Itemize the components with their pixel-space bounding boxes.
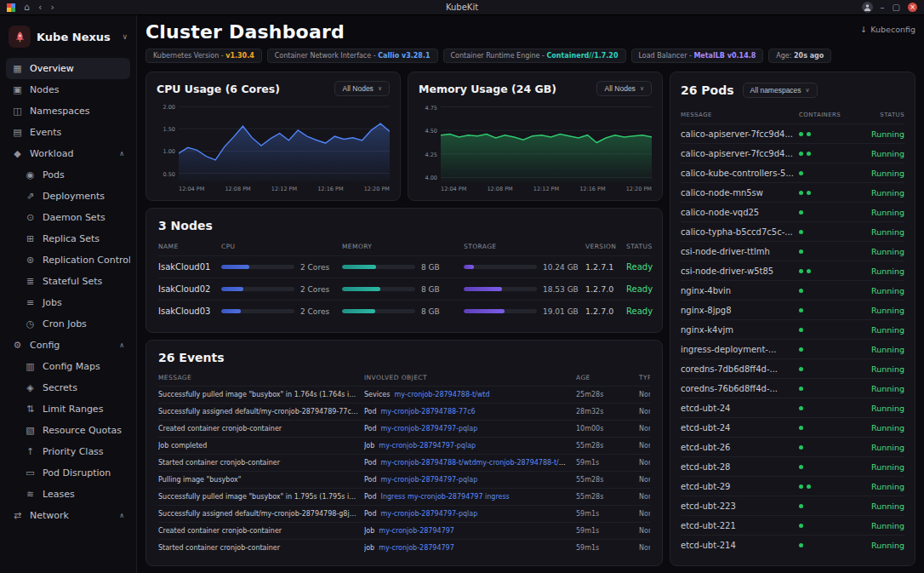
pod-row[interactable]: etcd-ubt-29 Running — [681, 476, 904, 496]
pod-row[interactable]: etcd-ubt-26 Running — [681, 437, 904, 456]
event-object-link[interactable]: my-cronjob-28794797-pqlap — [379, 442, 476, 450]
pod-row[interactable]: coredns-7db6d8ff4d-... Running — [681, 358, 904, 378]
node-row[interactable]: IsakCloud02 2 Cores 8 GB 18.53 GB 1.2.7.… — [158, 278, 650, 300]
sidebar-item-config-maps[interactable]: ▥Config Maps — [19, 356, 130, 377]
sidebar-item-workload[interactable]: ◆Workload∧ — [6, 143, 130, 164]
sidebar-item-replication-controllers[interactable]: ⊛Replication Controllers — [19, 249, 130, 271]
pod-container-dots — [799, 249, 864, 254]
sidebar-item-overview[interactable]: ▦Overview — [6, 58, 130, 79]
sidebar-item-stateful-sets[interactable]: ≣Stateful Sets — [19, 271, 130, 292]
namespace-filter-select[interactable]: All namespaces ∨ — [743, 83, 818, 98]
back-icon[interactable]: ‹ — [38, 2, 42, 13]
pod-row[interactable]: csi-node-driver-w5t85 Running — [681, 261, 904, 280]
maximize-button[interactable]: ▢ — [893, 3, 900, 12]
sidebar-item-daemon-sets[interactable]: ⊙Daemon Sets — [19, 207, 130, 228]
minimize-button[interactable]: – — [881, 3, 885, 12]
home-icon[interactable]: ⌂ — [24, 2, 30, 13]
memory-usage-chart-card: Memory Usage (24 GB) All Nodes ∨ 4.754.5… — [408, 72, 663, 201]
event-object-link[interactable]: my-cronjob-28794788-t/wtdmy-cronjob-2879… — [381, 459, 571, 467]
node-row[interactable]: IsakCloud01 2 Cores 8 GB 10.24 GB 1.2.7.… — [158, 255, 650, 278]
pod-row[interactable]: csi-node-driver-ttlmh Running — [681, 241, 904, 261]
nodes-icon: ▣ — [12, 84, 23, 95]
event-object-link[interactable]: my-cronjob-28794797-pqlap — [381, 510, 478, 518]
pod-row[interactable]: etcd-ubt-221 Running — [681, 515, 904, 535]
event-type: Normal — [639, 442, 650, 450]
sidebar-item-replica-sets[interactable]: ⊞Replica Sets — [19, 228, 130, 249]
pod-row[interactable]: nginx-k4vjm Running — [681, 319, 904, 339]
sidebar-item-jobs[interactable]: ≡Jobs — [19, 292, 130, 313]
sidebar-item-cron-jobs[interactable]: ◷Cron Jobs — [19, 313, 130, 335]
pod-row[interactable]: nginx-4bvin Running — [681, 280, 904, 300]
pod-row[interactable]: calico-kube-controllers-5... Running — [681, 163, 904, 182]
pod-row[interactable]: etcd-ubt-24 Running — [681, 398, 904, 417]
cluster-badge: Kubernetes Version - v1.30.4 — [145, 49, 262, 63]
sidebar-item-nodes[interactable]: ▣Nodes — [6, 79, 130, 100]
event-row[interactable]: Successfully assigned default/my-cronjob… — [158, 403, 650, 420]
pod-row[interactable]: nginx-8jpg8 Running — [681, 300, 904, 319]
pod-row[interactable]: calico-apiserver-7fcc9d4... Running — [681, 123, 904, 143]
pod-row[interactable]: calico-node-mn5sw Running — [681, 182, 904, 202]
kubeconfig-link[interactable]: ↓ Kubeconfig — [860, 25, 915, 34]
pod-status-badge: Running — [864, 266, 904, 276]
event-row[interactable]: Created container cronjob-container Jobm… — [158, 522, 650, 539]
pods-column-headers: MESSAGECONTAINERSSTATUS — [681, 108, 904, 123]
event-row[interactable]: Successfully assigned default/my-cronjob… — [158, 505, 650, 522]
pod-container-dots — [799, 347, 864, 352]
sidebar-item-network[interactable]: ⇄Network∧ — [6, 505, 130, 526]
container-status-dot — [799, 387, 803, 391]
node-row[interactable]: IsakCloud03 2 Cores 8 GB 19.01 GB 1.2.7.… — [158, 300, 650, 322]
pod-row[interactable]: ingress-deployment-... Running — [681, 339, 904, 358]
event-row[interactable]: Successfully pulled image "busybox" in 1… — [158, 386, 650, 403]
sidebar-item-config[interactable]: ⚙Config∧ — [6, 335, 130, 356]
network-icon: ⇄ — [12, 510, 23, 521]
pod-row[interactable]: calico-apiserver-7fcc9d4... Running — [681, 143, 904, 163]
pod-row[interactable]: calico-typha-b5ccd7c5c-... Running — [681, 221, 904, 241]
sidebar-item-secrets[interactable]: ◈Secrets — [19, 377, 130, 398]
cron-jobs-icon: ◷ — [25, 318, 36, 329]
event-object-link[interactable]: my-cronjob-28794797 — [379, 527, 454, 535]
sidebar-item-pod-disruption[interactable]: ▭Pod Disruption — [19, 462, 130, 484]
pod-row[interactable]: etcd-ubt-223 Running — [681, 496, 904, 515]
sidebar-item-deployments[interactable]: ⇗Deployments — [19, 186, 130, 207]
sidebar-item-events[interactable]: ▤Events — [6, 122, 130, 143]
sidebar: Kube Nexus ∨ ▦Overview▣Nodes◫Namespaces▤… — [0, 15, 137, 573]
forward-icon[interactable]: › — [50, 2, 54, 13]
event-row[interactable]: Pulling image "busybox" Podmy-cronjob-28… — [158, 471, 650, 488]
pod-row[interactable]: etcd-ubt-24 Running — [681, 417, 904, 437]
pod-name: calico-kube-controllers-5... — [681, 169, 799, 178]
event-row[interactable]: Job completed Jobmy-cronjob-28794797-pql… — [158, 437, 650, 454]
chevron-down-icon: ∨ — [640, 85, 644, 92]
event-age: 59m1s — [576, 510, 634, 518]
event-object-link[interactable]: my-cronjob-28794797 — [379, 544, 454, 552]
sidebar-item-limit-ranges[interactable]: ⇅Limit Ranges — [19, 398, 130, 420]
sidebar-item-pods[interactable]: ◉Pods — [19, 164, 130, 186]
pod-disruption-icon: ▭ — [25, 467, 36, 478]
container-status-dot — [799, 289, 803, 293]
nodes-filter-select[interactable]: All Nodes ∨ — [334, 81, 390, 96]
event-object-link[interactable]: my-cronjob-28794788-77c6 — [381, 408, 476, 415]
event-row[interactable]: Created container cronjob-container Podm… — [158, 420, 650, 437]
node-name: IsakCloud03 — [158, 307, 221, 316]
event-object-link[interactable]: my-cronjob-28794797-pqlap — [381, 425, 478, 433]
nodes-filter-select[interactable]: All Nodes ∨ — [596, 81, 652, 96]
event-row[interactable]: Started container cronjob-container Podm… — [158, 454, 650, 471]
sidebar-item-leases[interactable]: ≋Leases — [19, 484, 130, 505]
event-object-link[interactable]: my-cronjob-28794797-pqlap — [381, 476, 478, 484]
pod-row[interactable]: coredns-76b6d8ff4d-... Running — [681, 378, 904, 398]
sidebar-item-namespaces[interactable]: ◫Namespaces — [6, 100, 130, 122]
avatar[interactable] — [862, 2, 873, 13]
pod-row[interactable]: calico-node-vqd25 Running — [681, 202, 904, 221]
event-row[interactable]: Successfully pulled image "busybox" in 1… — [158, 488, 650, 505]
pod-row[interactable]: etcd-ubt-28 Running — [681, 456, 904, 476]
container-status-dot — [799, 504, 803, 508]
pod-row[interactable]: etcd-ubt-214 Running — [681, 535, 904, 554]
sidebar-item-resource-quotas[interactable]: ▧Resource Quotas — [19, 420, 130, 441]
event-object-link[interactable]: my-cronjob-28794788-t/wtd — [394, 391, 489, 398]
sidebar-item-priority-class[interactable]: ↑Priority Class — [19, 441, 130, 462]
nodes-table: NAMECPUMEMORYSTORAGEVERSIONSTATUS IsakCl… — [158, 239, 650, 322]
event-age: 28m32s — [576, 408, 634, 415]
event-object-link[interactable]: Ingress my-cronjob-28794797 ingress — [381, 493, 510, 501]
brand[interactable]: Kube Nexus ∨ — [6, 22, 130, 58]
event-row[interactable]: Started container cronjob-container jobm… — [158, 539, 650, 556]
close-button[interactable]: × — [908, 3, 917, 12]
